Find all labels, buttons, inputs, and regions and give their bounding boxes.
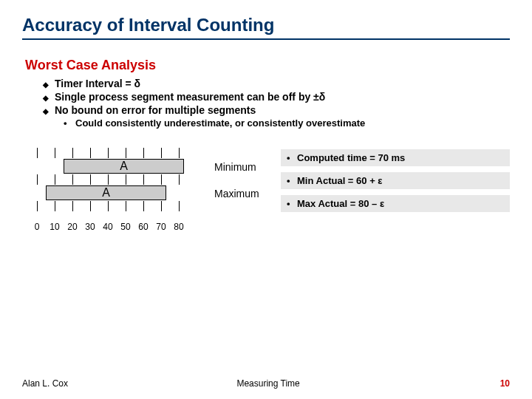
bullet-icon: • (64, 117, 75, 129)
axis-tick: 20 (67, 222, 77, 232)
tick-row-mid (37, 174, 214, 185)
fact-row: •Max Actual = 80 – ε (281, 195, 510, 212)
footer-title: Measuring Time (236, 378, 299, 389)
bullet-icon: ◆ (43, 78, 55, 89)
fact-row: •Computed time = 70 ms (281, 149, 510, 166)
minimum-label: Minimum (214, 154, 281, 180)
diagram-area: A A 0 10 20 30 40 50 60 70 80 Minimum Ma… (22, 142, 510, 236)
tick-row-top (37, 148, 214, 158)
fact-text: Computed time = 70 ms (297, 152, 405, 163)
axis-labels: 0 10 20 30 40 50 60 70 80 (37, 222, 214, 236)
subbullet-list: •Could consistently underestimate, or co… (64, 117, 510, 129)
bar-minimum: A (64, 159, 184, 174)
bullet-text: Timer Interval = δ (55, 78, 140, 89)
timeline-diagram: A A 0 10 20 30 40 50 60 70 80 (22, 142, 214, 236)
facts-column: •Computed time = 70 ms •Min Actual = 60 … (281, 142, 510, 218)
maximum-label: Maximum (214, 180, 281, 207)
minmax-labels: Minimum Maximum (214, 142, 281, 207)
axis-tick: 40 (103, 222, 112, 232)
bullet-icon: ◆ (43, 104, 55, 115)
slide-title: Accuracy of Interval Counting (22, 15, 510, 35)
page-number: 10 (500, 378, 510, 389)
subtitle: Worst Case Analysis (25, 58, 510, 73)
bullet-text: Single process segment measurement can b… (55, 91, 325, 103)
tick-row-bot (37, 201, 214, 211)
axis-tick: 80 (174, 222, 183, 232)
footer-author: Alan L. Cox (22, 378, 68, 389)
subbullet-text: Could consistently underestimate, or con… (75, 117, 365, 129)
bullet-list: ◆Timer Interval = δ ◆Single process segm… (43, 78, 510, 116)
axis-tick: 30 (85, 222, 95, 232)
axis-tick: 10 (50, 222, 59, 232)
axis-tick: 60 (138, 222, 148, 232)
title-rule (22, 38, 510, 40)
bullet-text: No bound on error for multiple segments (55, 104, 256, 116)
axis-tick: 50 (120, 222, 130, 232)
footer: Alan L. Cox Measuring Time 10 (22, 378, 510, 389)
bar-maximum: A (46, 185, 166, 200)
axis-tick: 0 (35, 222, 40, 232)
axis-tick: 70 (156, 222, 166, 232)
bullet-icon: ◆ (43, 91, 55, 102)
fact-text: Max Actual = 80 – ε (297, 198, 384, 209)
fact-row: •Min Actual = 60 + ε (281, 172, 510, 189)
fact-text: Min Actual = 60 + ε (297, 175, 383, 186)
